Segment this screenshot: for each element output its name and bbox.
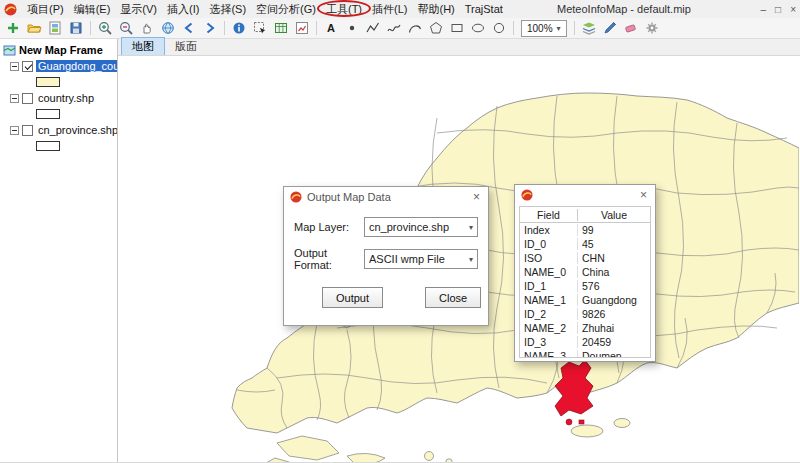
- layer-item-guangdong-county[interactable]: Guangdong_county.shp: [0, 58, 117, 74]
- layer-checkbox[interactable]: [22, 61, 33, 72]
- select-feature-button[interactable]: [250, 19, 270, 37]
- map-frame-label: New Map Frame: [19, 44, 103, 56]
- map-layer-select[interactable]: cn_province.shp ▾: [364, 217, 478, 237]
- table-row[interactable]: Index99: [520, 223, 650, 237]
- field-cell: ISO: [520, 252, 578, 264]
- polygon-icon: [428, 20, 444, 36]
- toolbar-separator: [90, 21, 91, 35]
- dialog-titlebar[interactable]: Output Map Data ×: [284, 187, 488, 207]
- field-cell: ID_1: [520, 280, 578, 292]
- curve-button[interactable]: [405, 19, 425, 37]
- tab-map[interactable]: 地图: [121, 37, 165, 55]
- chevron-down-icon: ▾: [557, 24, 561, 33]
- field-cell: NAME_2: [520, 322, 578, 334]
- zoom-out-icon: [118, 20, 134, 36]
- menu-edit[interactable]: 编辑(E): [69, 0, 116, 18]
- zoom-out-button[interactable]: [116, 19, 136, 37]
- save-button[interactable]: [66, 19, 86, 37]
- output-format-label: Output Format:: [294, 247, 364, 271]
- pan-button[interactable]: [137, 19, 157, 37]
- layer-checkbox[interactable]: [22, 93, 33, 104]
- table-row[interactable]: ID_29826: [520, 307, 650, 321]
- menu-tools-label: 工具(T): [326, 2, 362, 17]
- menu-trajstat[interactable]: TrajStat: [460, 0, 508, 18]
- table-row[interactable]: ID_320459: [520, 335, 650, 349]
- eraser-button[interactable]: [621, 19, 641, 37]
- layer-name[interactable]: Guangdong_county.shp: [36, 60, 118, 72]
- toolbar-separator: [513, 21, 514, 35]
- column-header-field: Field: [520, 209, 578, 221]
- menu-selection[interactable]: 选择(S): [204, 0, 251, 18]
- full-extent-button[interactable]: [158, 19, 178, 37]
- ellipse-button[interactable]: [468, 19, 488, 37]
- open-button[interactable]: [24, 19, 44, 37]
- map-document-button[interactable]: [45, 19, 65, 37]
- attribute-table-button[interactable]: [271, 19, 291, 37]
- output-format-select[interactable]: ASCII wmp File ▾: [364, 249, 478, 269]
- label-button[interactable]: A: [321, 19, 341, 37]
- zoom-next-button[interactable]: [200, 19, 220, 37]
- zoom-previous-button[interactable]: [179, 19, 199, 37]
- table-row[interactable]: NAME_1Guangdong: [520, 293, 650, 307]
- identify-info-icon: [231, 20, 247, 36]
- close-button[interactable]: Close: [425, 287, 481, 308]
- plus-icon: [5, 20, 21, 36]
- polyline-button[interactable]: [363, 19, 383, 37]
- polyline-icon: [365, 20, 381, 36]
- map-layer-row: Map Layer: cn_province.shp ▾: [284, 217, 488, 237]
- close-button[interactable]: ×: [790, 4, 796, 15]
- polygon-button[interactable]: [426, 19, 446, 37]
- layer-name[interactable]: country.shp: [36, 92, 96, 104]
- close-icon[interactable]: ×: [638, 189, 649, 201]
- map-frame-node[interactable]: New Map Frame: [0, 42, 117, 58]
- rectangle-icon: [449, 20, 465, 36]
- arrow-left-icon: [181, 20, 197, 36]
- settings-button[interactable]: [642, 19, 662, 37]
- menu-bar: 项目(P) 编辑(E) 显示(V) 插入(I) 选择(S) 空间分析(G) 工具…: [22, 0, 508, 18]
- menu-insert[interactable]: 插入(I): [162, 0, 204, 18]
- menu-geoprocessing[interactable]: 空间分析(G): [251, 0, 321, 18]
- edit-button[interactable]: [600, 19, 620, 37]
- layers-icon: [581, 20, 597, 36]
- table-row[interactable]: ID_1576: [520, 279, 650, 293]
- value-cell: 99: [578, 224, 650, 236]
- rectangle-button[interactable]: [447, 19, 467, 37]
- circle-button[interactable]: [489, 19, 509, 37]
- table-row[interactable]: ISOCHN: [520, 251, 650, 265]
- close-icon[interactable]: ×: [471, 191, 482, 203]
- freehand-button[interactable]: [384, 19, 404, 37]
- attribute-table[interactable]: Field Value Index99 ID_045 ISOCHN NAME_0…: [519, 206, 651, 358]
- zoom-level-combo[interactable]: 100% ▾: [521, 20, 567, 37]
- new-button[interactable]: [3, 19, 23, 37]
- table-row[interactable]: NAME_0China: [520, 265, 650, 279]
- layer-item-cn-province[interactable]: cn_province.shp: [0, 122, 117, 138]
- dialog-titlebar[interactable]: ×: [515, 185, 655, 205]
- output-button[interactable]: Output: [322, 287, 383, 308]
- new-point-button[interactable]: [342, 19, 362, 37]
- menu-tools[interactable]: 工具(T): [321, 0, 367, 18]
- minimize-button[interactable]: –: [761, 4, 767, 15]
- zoom-in-button[interactable]: [95, 19, 115, 37]
- save-icon: [68, 20, 84, 36]
- arrow-right-icon: [202, 20, 218, 36]
- layer-checkbox[interactable]: [22, 125, 33, 136]
- menu-help[interactable]: 帮助(H): [412, 0, 459, 18]
- menu-project[interactable]: 项目(P): [22, 0, 69, 18]
- value-cell: 45: [578, 238, 650, 250]
- maximize-button[interactable]: □: [775, 4, 781, 15]
- menu-plugins[interactable]: 插件(L): [367, 0, 412, 18]
- identify-button[interactable]: [229, 19, 249, 37]
- map-layers-button[interactable]: [579, 19, 599, 37]
- layer-item-country[interactable]: country.shp: [0, 90, 117, 106]
- table-row[interactable]: ID_045: [520, 237, 650, 251]
- menu-view[interactable]: 显示(V): [115, 0, 162, 18]
- table-row[interactable]: NAME_3Doumen: [520, 349, 650, 358]
- tree-collapse-icon[interactable]: [10, 94, 19, 103]
- layer-name[interactable]: cn_province.shp: [36, 124, 118, 136]
- tree-collapse-icon[interactable]: [10, 62, 19, 71]
- tab-layout[interactable]: 版面: [165, 38, 207, 55]
- table-row[interactable]: NAME_2Zhuhai: [520, 321, 650, 335]
- tree-collapse-icon[interactable]: [10, 126, 19, 135]
- dialog-logo-icon: [521, 189, 533, 201]
- chart-button[interactable]: [292, 19, 312, 37]
